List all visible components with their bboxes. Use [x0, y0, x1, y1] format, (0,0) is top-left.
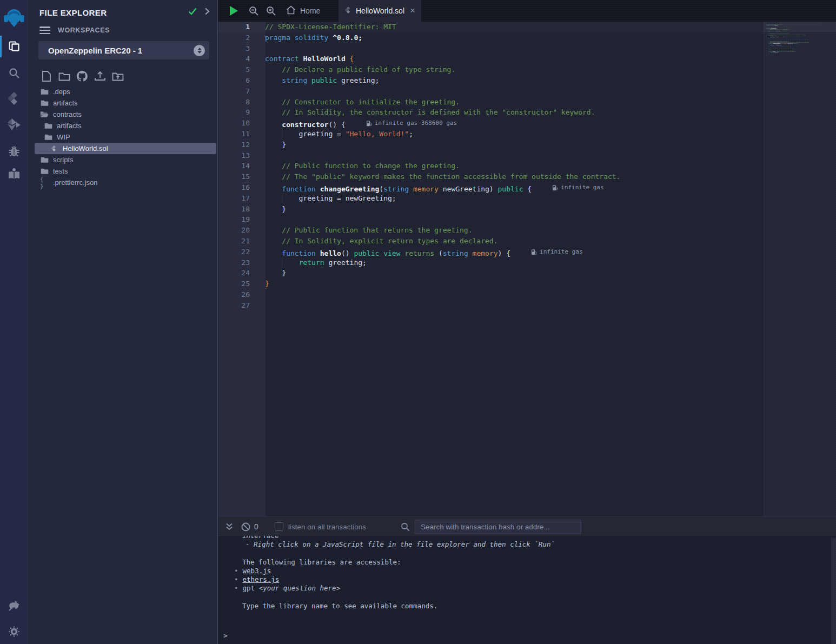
- terminal-toolbar: 0 listen on all transactions: [218, 516, 836, 536]
- tree-item-scripts[interactable]: scripts: [29, 154, 217, 165]
- code-line-3: 3: [218, 43, 764, 54]
- panel-title: FILE EXPLORER: [39, 8, 188, 17]
- tree-item-label: scripts: [53, 156, 74, 164]
- tree-item-label: .prettierrc.json: [53, 178, 97, 187]
- sidebar-item-learneth[interactable]: [0, 162, 28, 186]
- line-number: 12: [218, 140, 250, 150]
- listen-transactions-checkbox[interactable]: [275, 522, 283, 531]
- workspace-stepper-icon[interactable]: [194, 45, 205, 56]
- code-line-23: 23 return greeting;: [218, 257, 764, 268]
- line-number: 8: [218, 97, 250, 108]
- code-editor[interactable]: 1// SPDX-License-Identifier: MIT2pragma …: [218, 22, 836, 516]
- chevron-right-icon[interactable]: [204, 8, 210, 17]
- workspace-selected-value: OpenZeppelin ERC20 - 1: [48, 46, 194, 55]
- tab-home[interactable]: Home: [280, 0, 327, 22]
- line-number: 3: [218, 43, 250, 54]
- code-line-27: [766, 57, 821, 58]
- code-line-27: 27: [218, 300, 764, 311]
- expand-terminal-icon[interactable]: [223, 517, 236, 536]
- tree-item-label: WIP: [57, 133, 70, 141]
- hamburger-menu-icon[interactable]: [39, 26, 50, 34]
- code-line-26: 26: [218, 289, 764, 300]
- braces-icon: { }: [40, 176, 49, 190]
- code-line-24: 24 }: [218, 268, 764, 278]
- transaction-count-badge: 0: [254, 517, 258, 536]
- zoom-in-icon[interactable]: [263, 0, 279, 22]
- terminal-prompt[interactable]: >: [223, 632, 228, 640]
- tree-item--prettierrc-json[interactable]: { }.prettierrc.json: [29, 177, 217, 188]
- terminal-link-ethers-js[interactable]: ethers.js: [243, 575, 280, 583]
- file-actions-toolbar: [39, 70, 125, 83]
- code-lines: // SPDX-License-Identifier: MITpragma so…: [766, 24, 821, 58]
- tree-item-contracts[interactable]: contracts: [29, 109, 217, 120]
- line-number: 9: [218, 107, 250, 118]
- line-number: 27: [218, 300, 250, 311]
- folder-icon: [40, 88, 49, 95]
- new-file-icon[interactable]: [39, 70, 54, 83]
- code-line-22: 22 function hello() public view returns …: [218, 247, 764, 257]
- clear-console-icon[interactable]: [238, 517, 253, 536]
- line-number: 2: [218, 32, 250, 43]
- tree-item-label: artifacts: [53, 99, 78, 107]
- sidebar-item-search[interactable]: [0, 61, 28, 85]
- file-explorer-panel: FILE EXPLORER WORKSPACES OpenZeppelin ER…: [29, 0, 218, 644]
- upload-file-icon[interactable]: [93, 70, 107, 83]
- zoom-out-icon[interactable]: [246, 0, 262, 22]
- tab-helloworld-sol[interactable]: HelloWorld.sol ×: [339, 0, 421, 22]
- code-line-15: 15 // The "public" keyword makes the fun…: [218, 171, 764, 182]
- line-number: 14: [218, 161, 250, 171]
- settings-gear-icon[interactable]: [0, 620, 28, 643]
- checkmark-icon[interactable]: [188, 8, 197, 17]
- sidebar-item-solidity-compiler[interactable]: [0, 87, 28, 110]
- line-number: 19: [218, 214, 250, 225]
- line-number: 24: [218, 268, 250, 278]
- code-line-25: 25}: [218, 278, 764, 289]
- code-line-19: 19: [218, 214, 764, 225]
- line-number: 20: [218, 225, 250, 236]
- line-number: 21: [218, 236, 250, 247]
- terminal-line: •web3.js: [218, 567, 836, 575]
- terminal-line: [218, 549, 836, 557]
- new-folder-icon[interactable]: [57, 70, 71, 83]
- solidity-icon: [50, 145, 58, 152]
- folder-icon: [44, 122, 52, 129]
- line-number: 15: [218, 171, 250, 182]
- terminal-panel: 0 listen on all transactions interface- …: [218, 516, 836, 644]
- close-tab-icon[interactable]: ×: [410, 5, 415, 16]
- transaction-search-input[interactable]: [415, 520, 581, 534]
- file-explorer-header: FILE EXPLORER: [39, 5, 210, 19]
- tree-item-helloworld-sol[interactable]: HelloWorld.sol: [35, 143, 216, 154]
- tree-item-label: contracts: [53, 110, 82, 118]
- workspaces-label: WORKSPACES: [58, 26, 110, 34]
- folder-icon: [44, 134, 52, 141]
- code-line-17: 17 greeting = newGreeting;: [218, 193, 764, 204]
- tree-item-tests[interactable]: tests: [29, 165, 217, 177]
- tree-item-artifacts[interactable]: artifacts: [29, 97, 217, 109]
- sidebar-item-deploy-run[interactable]: [0, 113, 28, 137]
- run-script-button[interactable]: [225, 0, 242, 22]
- minimap-gutter: [764, 22, 836, 516]
- sidebar-item-file-explorer[interactable]: [0, 35, 28, 58]
- terminal-link-web3-js[interactable]: web3.js: [243, 567, 271, 575]
- folder-icon: [40, 156, 49, 163]
- minimap[interactable]: // SPDX-License-Identifier: MITpragma so…: [766, 24, 832, 94]
- tree-item--deps[interactable]: .deps: [29, 86, 217, 97]
- terminal-scrollbar[interactable]: [831, 538, 836, 644]
- tree-item-artifacts[interactable]: artifacts: [29, 120, 217, 131]
- line-number: 5: [218, 64, 250, 75]
- folder-icon: [40, 168, 49, 175]
- code-line-13: 13: [218, 150, 764, 161]
- line-number: 10: [218, 118, 250, 129]
- workspace-select[interactable]: OpenZeppelin ERC20 - 1: [38, 41, 209, 59]
- load-folder-icon[interactable]: [111, 70, 125, 83]
- code-line-8: 8 // Constructor to initialize the greet…: [218, 97, 764, 108]
- terminal-line: - Right click on a JavaScript file in th…: [218, 540, 836, 549]
- terminal-output[interactable]: interface- Right click on a JavaScript f…: [218, 536, 836, 644]
- tree-item-wip[interactable]: WIP: [29, 131, 217, 143]
- plugin-manager-icon[interactable]: [0, 594, 28, 618]
- code-line-5: 5 // Declare a public field of type stri…: [218, 64, 764, 75]
- gas-estimate-badge: infinite gas 368600 gas: [366, 118, 457, 129]
- sidebar-item-debugger[interactable]: [0, 139, 28, 163]
- github-icon[interactable]: [75, 70, 89, 83]
- line-number: 25: [218, 278, 250, 289]
